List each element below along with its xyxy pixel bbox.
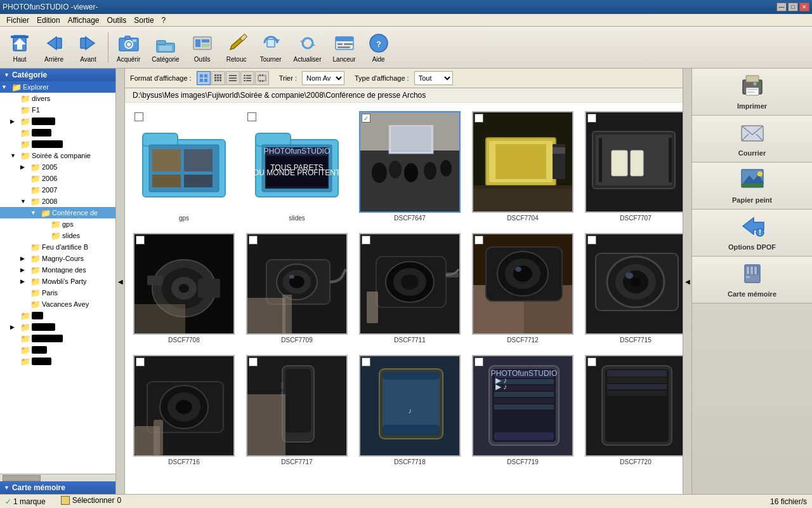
- thumb-dscf7711[interactable]: DSCF7711: [356, 230, 464, 347]
- tree-expand-mowbli[interactable]: ▶: [20, 278, 30, 284]
- checkbox-dscf7719[interactable]: [475, 358, 483, 366]
- checkbox-dscf7716[interactable]: [136, 358, 145, 366]
- right-btn-courrier[interactable]: Courrier: [692, 116, 812, 163]
- thumb-dscf7647[interactable]: ✓: [356, 108, 464, 225]
- close-button[interactable]: ✕: [799, 3, 809, 11]
- tree-item-f1[interactable]: 📁 F1: [0, 104, 115, 116]
- tree-item-mowbli[interactable]: ▶ 📁 Mowbli's Party: [0, 276, 115, 287]
- checkbox-dscf7717[interactable]: [249, 358, 258, 366]
- tree-item-r2[interactable]: 📁: [0, 127, 115, 138]
- format-btn-large[interactable]: [197, 71, 211, 85]
- tree-item-r6[interactable]: 📁: [0, 333, 115, 344]
- checkbox-dscf7707[interactable]: [587, 114, 596, 123]
- tree-expand-conf[interactable]: ▼: [30, 210, 41, 216]
- tree-expand-r1[interactable]: ▶: [10, 118, 20, 124]
- tree-expand-montagne[interactable]: ▶: [20, 267, 30, 273]
- sidebar-hscrollbar[interactable]: [0, 474, 115, 481]
- menu-outils[interactable]: Outils: [103, 15, 131, 26]
- checkbox-dscf7718[interactable]: [362, 358, 370, 366]
- format-btn-medium[interactable]: [211, 71, 225, 85]
- tree-item-r3[interactable]: 📁: [0, 138, 115, 150]
- checkbox-dscf7712[interactable]: [475, 236, 483, 244]
- tree-container[interactable]: ▼ 📁 Explorer 📁 divers 📁 F1 ▶ 📁: [0, 81, 115, 474]
- tree-expand-2008[interactable]: ▼: [20, 198, 30, 204]
- tree-item-r5[interactable]: ▶ 📁: [0, 321, 115, 333]
- toolbar-retouche[interactable]: Retouc: [221, 29, 252, 65]
- thumb-slides[interactable]: PHOTOfunSTUDIO TOUS PARETS DU MONDE PROF…: [243, 108, 351, 225]
- checkbox-dscf7708[interactable]: [136, 236, 145, 244]
- right-expand-toggle[interactable]: ◀: [683, 69, 691, 494]
- toolbar-acquerir[interactable]: Acquérir: [112, 29, 145, 65]
- tree-item-soiree[interactable]: ▼ 📁 Soirée & companie: [0, 150, 115, 161]
- checkbox-dscf7711[interactable]: [362, 236, 370, 244]
- checkbox-gps[interactable]: [134, 112, 143, 121]
- right-btn-papier[interactable]: Papier peint: [692, 163, 812, 210]
- menu-fichier[interactable]: Fichier: [3, 15, 33, 26]
- format-btn-detail[interactable]: [240, 71, 254, 85]
- tree-item-paris[interactable]: 📁 Paris: [0, 287, 115, 298]
- thumb-dscf7712[interactable]: DSCF7712: [469, 230, 577, 347]
- checkbox-dscf7720[interactable]: [587, 358, 596, 366]
- toolbar-outils[interactable]: Outils: [187, 29, 218, 65]
- toolbar-categorie[interactable]: Catégorie: [147, 29, 183, 65]
- format-btn-list[interactable]: [226, 71, 240, 85]
- right-btn-imprimer[interactable]: Imprimer: [692, 69, 812, 116]
- checkbox-slides[interactable]: [247, 112, 256, 121]
- thumb-dscf7717[interactable]: DSCF7717: [243, 352, 351, 469]
- format-btn-film[interactable]: [255, 71, 269, 85]
- tree-expand-soiree[interactable]: ▼: [10, 152, 20, 159]
- menu-affichage[interactable]: Affichage: [64, 15, 103, 26]
- tree-item-2006[interactable]: 📁 2006: [0, 173, 115, 184]
- menu-aide[interactable]: ?: [158, 15, 170, 26]
- thumb-dscf7716[interactable]: DSCF7716: [130, 352, 238, 469]
- tree-item-r7[interactable]: 📁: [0, 344, 115, 356]
- type-select[interactable]: Tout Photos Vidéos: [414, 71, 453, 85]
- thumb-dscf7709[interactable]: DSCF7709: [243, 230, 351, 347]
- tree-item-divers[interactable]: 📁 divers: [0, 93, 115, 104]
- tree-item-conf-gps[interactable]: 📁 gps: [0, 218, 115, 230]
- maximize-button[interactable]: □: [788, 3, 798, 11]
- toolbar-avant[interactable]: Avant: [72, 29, 104, 65]
- thumb-dscf7715[interactable]: DSCF7715: [582, 230, 683, 347]
- tree-expand-r5[interactable]: ▶: [10, 324, 20, 330]
- sort-select[interactable]: Nom Av Nom Dé Date Av Date Dé: [302, 71, 344, 85]
- thumb-dscf7708[interactable]: DSCF7708: [130, 230, 238, 347]
- thumb-dscf7704[interactable]: DSCF7704: [469, 108, 577, 225]
- thumb-dscf7718[interactable]: ♪ DSCF7718: [356, 352, 464, 469]
- right-btn-options[interactable]: ! Options DPOF: [692, 210, 812, 257]
- checkbox-dscf7647[interactable]: ✓: [362, 114, 370, 123]
- tree-item-2007[interactable]: 📁 2007: [0, 184, 115, 196]
- tree-item-feu[interactable]: 📁 Feu d'artifice B: [0, 241, 115, 253]
- tree-item-montagne[interactable]: ▶ 📁 Montagne des: [0, 264, 115, 276]
- thumb-dscf7719[interactable]: PHOTOfunSTUDIO ▶ ♪ ▶ ♪: [469, 352, 577, 469]
- tree-item-2005[interactable]: ▶ 📁 2005: [0, 161, 115, 173]
- toolbar-tourner[interactable]: Tourner: [255, 29, 287, 65]
- menu-sortie[interactable]: Sortie: [130, 15, 157, 26]
- checkbox-dscf7709[interactable]: [249, 236, 258, 244]
- right-btn-carte[interactable]: Carte mémoire: [692, 257, 812, 304]
- toolbar-aide[interactable]: ? Aide: [363, 29, 395, 65]
- checkbox-dscf7704[interactable]: [475, 114, 483, 123]
- toolbar-lanceur[interactable]: Lanceur: [329, 29, 360, 65]
- tree-item-conf[interactable]: ▼ 📁 Conférence de: [0, 207, 115, 218]
- tree-item-explorer[interactable]: ▼ 📁 Explorer: [0, 81, 115, 93]
- toolbar-haut[interactable]: Haut: [4, 29, 36, 65]
- tree-expand-explorer[interactable]: ▼: [1, 84, 11, 90]
- tree-item-conf-slides[interactable]: 📁 slides: [0, 230, 115, 241]
- tree-item-vacances[interactable]: 📁 Vacances Avey: [0, 298, 115, 310]
- thumb-gps[interactable]: gps: [130, 108, 238, 225]
- tree-item-2008[interactable]: ▼ 📁 2008: [0, 196, 115, 207]
- tree-expand-2005[interactable]: ▶: [20, 164, 30, 170]
- toolbar-arriere[interactable]: Arrière: [38, 29, 70, 65]
- tree-item-r8[interactable]: 📁: [0, 356, 115, 367]
- menu-edition[interactable]: Edition: [33, 15, 64, 26]
- toolbar-actualiser[interactable]: Actualiser: [289, 29, 326, 65]
- thumb-dscf7720[interactable]: DSCF7720: [582, 352, 683, 469]
- tree-item-magny[interactable]: ▶ 📁 Magny-Cours: [0, 253, 115, 264]
- minimize-button[interactable]: —: [776, 3, 787, 11]
- tree-expand-magny[interactable]: ▶: [20, 255, 30, 262]
- thumb-dscf7707[interactable]: DSCF7707: [582, 108, 683, 225]
- left-toggle[interactable]: ◀: [116, 69, 125, 494]
- tree-item-r4[interactable]: 📁: [0, 310, 115, 321]
- checkbox-dscf7715[interactable]: [587, 236, 596, 244]
